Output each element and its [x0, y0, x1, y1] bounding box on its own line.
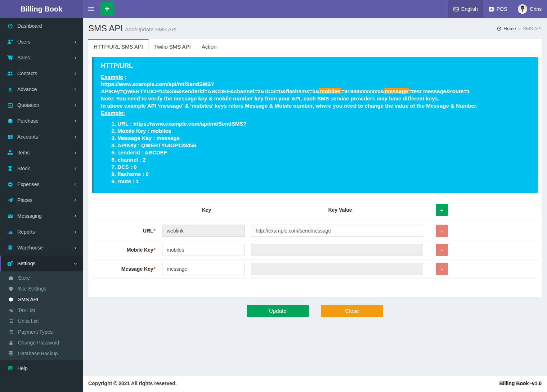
- sidebar: Dashboard Users Sales Contacts $ Advance…: [0, 18, 83, 392]
- hourglass-icon: [6, 166, 14, 171]
- sidebar-item-expenses[interactable]: Expenses: [0, 176, 83, 192]
- app-logo[interactable]: Billing Book: [0, 0, 83, 18]
- message-highlight: message: [384, 88, 409, 94]
- user-menu[interactable]: Chris: [512, 0, 547, 18]
- book-icon: [6, 366, 14, 371]
- remove-row-button[interactable]: -: [436, 225, 448, 237]
- th-large-icon: [6, 134, 14, 140]
- breadcrumb-separator: >: [518, 26, 521, 31]
- cube-icon: [6, 118, 14, 124]
- chevron-left-icon: [73, 119, 77, 123]
- url-label: URL*: [92, 221, 162, 240]
- mobile-key-label: Mobile Key*: [92, 240, 162, 260]
- table-row-message-key: Message Key* -: [92, 260, 538, 279]
- sidebar-subitem-payment-types[interactable]: Payment Types: [0, 326, 83, 337]
- dollar-icon: $: [6, 86, 14, 93]
- remove-row-button[interactable]: -: [436, 263, 448, 275]
- sidebar-item-dashboard[interactable]: Dashboard: [0, 18, 83, 34]
- mobile-key-input[interactable]: [162, 244, 245, 256]
- tab-action[interactable]: Action: [196, 39, 222, 53]
- minus-circle-icon: [6, 182, 14, 187]
- top-navbar: Billing Book + English POS Chris: [0, 0, 547, 18]
- list-icon: [7, 319, 14, 324]
- chevron-left-icon: [73, 135, 77, 139]
- sidebar-item-accounts[interactable]: Accounts: [0, 129, 83, 145]
- sidebar-item-stock[interactable]: Stock: [0, 161, 83, 176]
- sidebar-subitem-change-password[interactable]: Change Password: [0, 337, 83, 348]
- sidebar-item-sales[interactable]: Sales: [0, 50, 83, 66]
- sidebar-item-places[interactable]: Places: [0, 192, 83, 208]
- percent-icon: %: [7, 308, 14, 313]
- breadcrumb-home-link[interactable]: Home: [497, 26, 516, 31]
- url-key-input[interactable]: [162, 225, 245, 237]
- copyright-text: Copyright © 2021 All rights reserved.: [88, 380, 177, 387]
- sidebar-subitem-tax-list[interactable]: % Tax List: [0, 305, 83, 316]
- sidebar-toggle-button[interactable]: [83, 0, 99, 18]
- cube-icon: [7, 297, 14, 302]
- page-subtitle: Add/Update SMS API: [125, 26, 176, 32]
- chevron-left-icon: [73, 40, 77, 44]
- settings-submenu: Store Site Settings SMS API % Tax List U…: [0, 271, 83, 360]
- chevron-down-icon: [73, 262, 77, 266]
- url-value-input[interactable]: [251, 225, 423, 237]
- sidebar-item-items[interactable]: Items: [0, 145, 83, 161]
- chevron-left-icon: [73, 87, 77, 91]
- list-item: senderid : ABCDEF: [117, 149, 531, 156]
- sidebar-item-warehouse[interactable]: Warehouse: [0, 240, 83, 256]
- page-title: SMS APIAdd/Update SMS API: [88, 23, 176, 33]
- column-header-key-value: Key Value: [251, 202, 429, 221]
- callout-title: HTTP/URL: [101, 62, 531, 70]
- mobile-value-input[interactable]: [251, 244, 423, 256]
- sidebar-item-help[interactable]: Help: [0, 360, 83, 377]
- cart-icon: [6, 55, 14, 60]
- sidebar-subitem-units-list[interactable]: Units List: [0, 316, 83, 326]
- users-icon: [6, 71, 14, 76]
- bar-chart-icon: [6, 229, 14, 235]
- list-icon: [7, 329, 14, 334]
- close-button[interactable]: Close: [321, 305, 383, 317]
- example2-label: Example:: [101, 109, 531, 117]
- callout-info: In above example API 'message' & 'mobile…: [101, 102, 531, 109]
- briefcase-icon: [7, 275, 14, 280]
- remove-row-button[interactable]: -: [436, 244, 448, 256]
- sidebar-subitem-site-settings[interactable]: Site Settings: [0, 283, 83, 294]
- language-menu[interactable]: English: [448, 0, 483, 18]
- sidebar-subitem-store[interactable]: Store: [0, 272, 83, 283]
- sidebar-item-advance[interactable]: $ Advance: [0, 81, 83, 97]
- sidebar-item-users[interactable]: Users: [0, 34, 83, 50]
- tab-twilio-sms-api[interactable]: Twilio SMS API: [149, 39, 196, 53]
- sidebar-subitem-database-backup[interactable]: Database Backup: [0, 348, 83, 359]
- required-mark: *: [154, 228, 156, 234]
- sidebar-subitem-sms-api[interactable]: SMS API: [0, 294, 83, 305]
- app-title: Billing Book: [21, 5, 63, 13]
- add-row-button[interactable]: +: [436, 204, 448, 216]
- tab-http-url-sms-api[interactable]: HTTP/URL SMS API: [88, 39, 149, 53]
- sidebar-item-purchase[interactable]: Purchase: [0, 113, 83, 129]
- gauge-icon: [497, 26, 502, 31]
- chevron-left-icon: [73, 167, 77, 171]
- table-row-url: URL* -: [92, 221, 538, 240]
- pos-button[interactable]: POS: [483, 0, 513, 18]
- update-button[interactable]: Update: [247, 305, 309, 317]
- sidebar-item-settings[interactable]: Settings: [0, 256, 83, 271]
- sidebar-item-contacts[interactable]: Contacts: [0, 66, 83, 81]
- callout-note: Note: You need to verify the message key…: [101, 95, 531, 102]
- message-key-input[interactable]: [162, 263, 245, 275]
- quick-add-button[interactable]: +: [100, 2, 114, 16]
- chevron-left-icon: [73, 214, 77, 218]
- column-header-key: Key: [162, 202, 251, 221]
- sidebar-item-reports[interactable]: Reports: [0, 224, 83, 240]
- http-url-info-callout: HTTP/URL Example : https://www.example.c…: [92, 57, 538, 193]
- paper-plane-icon: [6, 198, 14, 203]
- version-text: Billing Book -v1.0: [499, 380, 542, 387]
- sidebar-item-messaging[interactable]: Messaging: [0, 208, 83, 224]
- list-item: route : 1: [117, 178, 531, 185]
- cubes-icon: [6, 150, 14, 156]
- message-value-input[interactable]: [251, 263, 423, 275]
- footer: Copyright © 2021 All rights reserved. Bi…: [83, 375, 547, 392]
- sidebar-item-quotation[interactable]: Quotation: [0, 97, 83, 113]
- gauge-icon: [6, 23, 14, 29]
- sms-api-key-table: Key Key Value + URL* - Mobile Key*: [92, 202, 538, 294]
- breadcrumb: Home > SMS API: [497, 26, 542, 31]
- chevron-left-icon: [73, 183, 77, 186]
